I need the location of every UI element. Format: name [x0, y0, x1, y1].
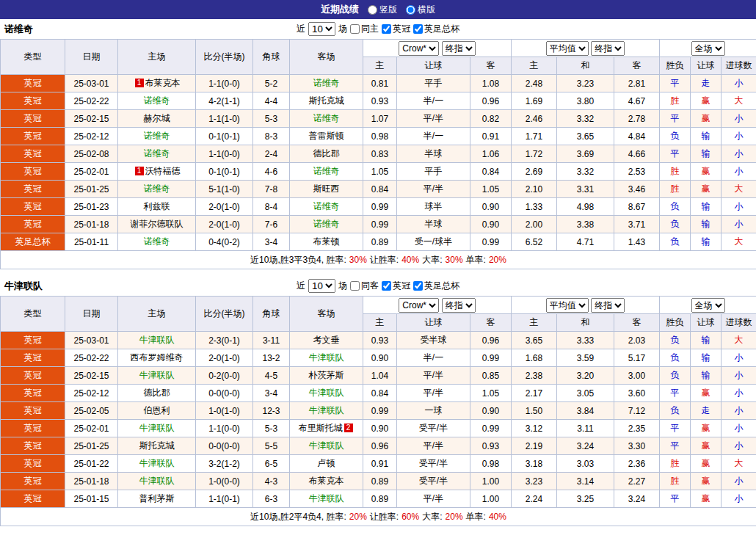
league2-checkbox[interactable] [413, 24, 423, 34]
avg-away-cell: 4.66 [614, 145, 660, 163]
date-cell: 25-02-22 [65, 349, 118, 367]
col-header-odds-away: 客 [470, 314, 512, 332]
avg-away-cell: 2.36 [614, 455, 660, 473]
avg-final-select[interactable]: 终指 [591, 298, 625, 313]
layout-vertical-option[interactable]: 竖版 [368, 4, 397, 16]
same-venue-checkbox[interactable] [350, 24, 360, 34]
league1-option[interactable]: 英冠 [382, 280, 410, 292]
match-row: 英冠25-01-25斯托克城0-0(0-0)5-5牛津联队0.96平/半0.93… [1, 437, 756, 455]
league-cell: 英冠 [1, 402, 65, 420]
odds-away-cell: 0.99 [470, 420, 512, 437]
layout-horizontal-option[interactable]: 横版 [406, 4, 435, 16]
odds-home-cell: 0.91 [363, 455, 397, 473]
score-cell: 1-0(0-0) [196, 473, 253, 490]
league-cell: 英冠 [1, 181, 65, 198]
col-header-odds-handicap: 让球 [397, 57, 470, 75]
col-header-result: 胜负 [660, 57, 691, 75]
avg-draw-cell: 3.20 [557, 367, 614, 385]
summary-part: 让胜率: [370, 512, 399, 522]
odds-company-select[interactable]: Crow* [399, 41, 439, 56]
avg-home-cell: 2.48 [512, 75, 557, 92]
summary-part: 近10场,胜2平4负4, 胜率: [250, 512, 346, 522]
fulltime-scope-select[interactable]: 全场 [691, 41, 725, 56]
corner-cell: 7-8 [253, 181, 290, 198]
result-cell: 平 [660, 490, 691, 508]
odds-final-select[interactable]: 终指 [442, 41, 476, 56]
odds-handicap-cell: 平/半 [397, 437, 470, 455]
league1-checkbox[interactable] [382, 281, 391, 291]
avg-draw-cell: 3.38 [557, 216, 614, 233]
away-team-cell: 普雷斯顿 [290, 128, 363, 145]
home-team-cell: 诺维奇 [118, 145, 196, 163]
odds-away-cell: 0.90 [470, 216, 512, 233]
corner-cell: 8-4 [253, 198, 290, 216]
avg-draw-cell: 3.14 [557, 473, 614, 490]
league-cell: 英冠 [1, 145, 65, 163]
recent-count-select[interactable]: 10 [308, 22, 335, 36]
avg-draw-cell: 3.05 [557, 385, 614, 402]
col-header-away: 客场 [290, 297, 363, 332]
odds-home-cell: 1.07 [363, 110, 397, 128]
red-card-badge: 2 [344, 424, 353, 432]
team-section: 牛津联队近10场同客英冠英足总杯类型日期主场比分(半场)角球客场Crow* 终指… [0, 276, 756, 526]
same-venue-checkbox[interactable] [350, 281, 360, 291]
odds-final-select[interactable]: 终指 [442, 298, 476, 313]
odds-handicap-cell: 受平/半 [397, 455, 470, 473]
odds-away-cell: 0.99 [470, 233, 512, 251]
fulltime-scope-select[interactable]: 全场 [691, 298, 725, 313]
date-cell: 25-02-12 [65, 128, 118, 145]
avg-draw-cell: 3.03 [557, 455, 614, 473]
result-cell: 胜 [660, 163, 691, 181]
avg-company-select[interactable]: 平均值 [546, 41, 589, 56]
odds-away-cell: 1.08 [470, 75, 512, 92]
filter-bar: 牛津联队近10场同客英冠英足总杯 [0, 276, 756, 296]
match-row: 英冠25-02-22西布罗姆维奇2-0(1-0)13-2牛津联队0.90半/一0… [1, 349, 756, 367]
odds-home-cell: 0.99 [363, 198, 397, 216]
same-venue-option[interactable]: 同客 [350, 280, 379, 292]
away-team-cell: 诺维奇 [290, 163, 363, 181]
away-team-cell: 布莱顿 [290, 233, 363, 251]
col-header-corner: 角球 [253, 40, 290, 75]
table-header-row: 类型日期主场比分(半场)角球客场Crow* 终指平均值 终指全场 [1, 40, 756, 57]
score-cell: 2-3(0-1) [196, 332, 253, 349]
avg-final-select[interactable]: 终指 [591, 41, 625, 56]
team-name: 诺维奇 [4, 23, 33, 36]
league2-option[interactable]: 英足总杯 [413, 280, 459, 292]
match-row: 英冠25-02-15赫尔城1-1(1-0)5-3诺维奇1.07平/半0.822.… [1, 110, 756, 128]
league1-checkbox[interactable] [382, 24, 391, 34]
layout-horizontal-radio[interactable] [406, 5, 415, 15]
goals-cell: 大 [722, 455, 756, 473]
avg-home-cell: 2.10 [512, 181, 557, 198]
match-row: 英冠25-03-01牛津联队2-3(0-1)3-11考文垂0.93受半球0.96… [1, 332, 756, 349]
summary-part: 大率: [422, 255, 442, 265]
avg-home-cell: 1.68 [512, 349, 557, 367]
score-cell: 0-1(0-1) [196, 163, 253, 181]
recent-count-select[interactable]: 10 [308, 279, 335, 293]
avg-draw-cell: 3.11 [557, 420, 614, 437]
league2-option[interactable]: 英足总杯 [413, 23, 459, 35]
handicap-result-cell: 走 [691, 75, 722, 92]
home-team-cell: 诺维奇 [118, 128, 196, 145]
odds-home-cell: 0.96 [363, 437, 397, 455]
avg-away-cell: 2.35 [614, 420, 660, 437]
home-team-cell: 1沃特福德 [118, 163, 196, 181]
avg-company-select[interactable]: 平均值 [546, 298, 589, 313]
score-cell: 1-1(0-0) [196, 75, 253, 92]
odds-away-cell: 1.05 [470, 385, 512, 402]
league-cell: 英冠 [1, 332, 65, 349]
layout-vertical-radio[interactable] [368, 5, 377, 15]
league-cell: 英冠 [1, 110, 65, 128]
handicap-result-cell: 走 [691, 402, 722, 420]
league1-option[interactable]: 英冠 [382, 23, 410, 35]
league-cell: 英冠 [1, 198, 65, 216]
odds-company-select[interactable]: Crow* [399, 298, 439, 313]
summary-part: 单率: [466, 512, 486, 522]
match-row: 英冠25-01-23利兹联2-0(1-0)8-4诺维奇0.99球半0.901.3… [1, 198, 756, 216]
home-team-cell: 普利茅斯 [118, 490, 196, 508]
league-cell: 英冠 [1, 455, 65, 473]
odds-handicap-cell: 半/一 [397, 128, 470, 145]
league2-checkbox[interactable] [413, 281, 423, 291]
same-venue-option[interactable]: 同主 [350, 23, 379, 35]
table-header-row: 类型日期主场比分(半场)角球客场Crow* 终指平均值 终指全场 [1, 297, 756, 314]
col-header-type: 类型 [1, 40, 65, 75]
